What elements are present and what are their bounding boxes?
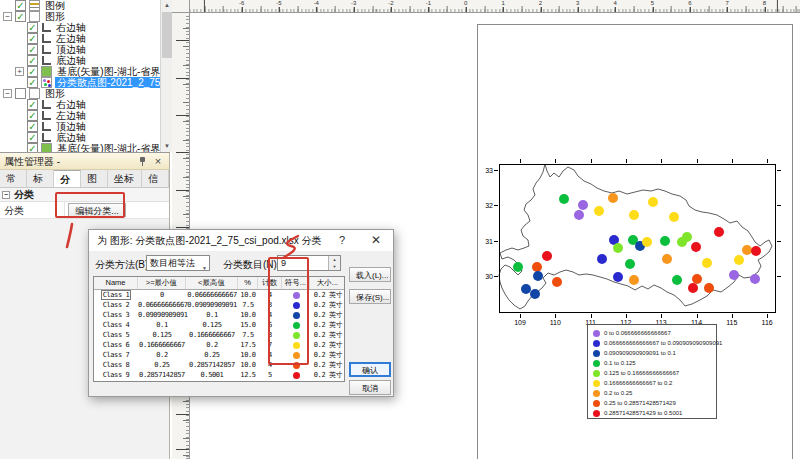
visibility-checkbox[interactable]: ✓ <box>27 22 38 33</box>
tree-item[interactable]: ✓右边轴 <box>0 22 171 33</box>
tree-item[interactable]: ✓底边轴 <box>0 132 171 143</box>
tree-item[interactable]: −✓图形 <box>0 11 171 22</box>
pin-icon[interactable] <box>138 157 147 166</box>
table-row[interactable]: Class 50.1250.16666666677.530.2 英寸 <box>94 330 344 340</box>
visibility-checkbox[interactable]: ✓ <box>15 0 26 11</box>
close-icon[interactable]: ✕ <box>365 230 387 251</box>
tab-信息[interactable]: 信息 <box>142 170 169 187</box>
tree-item[interactable]: −图形 <box>0 88 171 99</box>
visibility-checkbox[interactable]: ✓ <box>27 44 38 55</box>
property-tabs: 常规标注分类图层坐标系信息 <box>0 170 169 188</box>
column-header[interactable]: 符号... <box>282 277 310 289</box>
visibility-checkbox[interactable]: ✓ <box>27 33 38 44</box>
classification-method-dropdown[interactable]: 数目相等法 ▼ <box>146 255 210 271</box>
visibility-checkbox[interactable]: ✓ <box>27 99 38 110</box>
table-row[interactable]: Class 70.20.2510.040.2 英寸 <box>94 350 344 360</box>
tab-常规[interactable]: 常规 <box>0 170 27 187</box>
tree-item[interactable]: ✓左边轴 <box>0 33 171 44</box>
help-icon[interactable]: ? <box>331 230 353 251</box>
table-row[interactable]: Class 40.10.12515.060.2 英寸 <box>94 320 344 330</box>
tab-分类[interactable]: 分类 <box>54 170 81 187</box>
x-axis-tick <box>661 314 662 318</box>
map-icon <box>41 66 52 77</box>
visibility-checkbox[interactable]: ✓ <box>27 77 38 88</box>
tree-item[interactable]: ✓图例 <box>0 0 171 11</box>
visibility-checkbox[interactable]: ✓ <box>15 11 26 22</box>
scatter-point <box>597 254 607 264</box>
table-row[interactable]: Class 60.16666666670.217.570.2 英寸 <box>94 340 344 350</box>
tab-坐标系[interactable]: 坐标系 <box>108 170 142 187</box>
visibility-checkbox[interactable]: ✓ <box>27 121 38 132</box>
visibility-checkbox[interactable]: ✓ <box>27 132 38 143</box>
scrollbar-thumb[interactable] <box>162 12 172 58</box>
ok-button[interactable]: 确认 <box>349 362 391 377</box>
tree-item[interactable]: ✓底边轴 <box>0 55 171 66</box>
scatter-point <box>729 270 739 280</box>
table-row[interactable]: Class 20.066666666670.090909090917.530.2… <box>94 300 344 310</box>
classification-section-header[interactable]: − 分类 <box>0 188 169 202</box>
table-cell <box>282 290 310 300</box>
scatter-point <box>702 258 712 268</box>
cancel-button[interactable]: 取消 <box>349 380 391 395</box>
table-body: Class 100.0666666666710.040.2 英寸Class 20… <box>94 290 344 380</box>
visibility-checkbox[interactable] <box>15 88 26 99</box>
column-header[interactable]: 大小... <box>310 277 345 289</box>
column-header[interactable]: Name <box>94 277 138 289</box>
tree-item[interactable]: ✓顶边轴 <box>0 44 171 55</box>
column-header[interactable]: >=最小值 <box>138 277 186 289</box>
table-row[interactable]: Class 30.090909090910.110.040.2 英寸 <box>94 310 344 320</box>
tree-item[interactable]: ✓右边轴 <box>0 99 171 110</box>
visibility-checkbox[interactable]: ✓ <box>27 110 38 121</box>
focused-cell: Class 1 <box>101 290 132 300</box>
x-axis-tick <box>555 314 556 318</box>
tab-标注[interactable]: 标注 <box>27 170 54 187</box>
scatter-point <box>625 259 635 269</box>
class-symbol-icon <box>293 312 300 319</box>
table-cell: Class 3 <box>94 310 138 320</box>
close-icon[interactable]: × <box>151 153 165 170</box>
legend-entry: 0.1 to 0.125 <box>593 358 716 368</box>
column-header[interactable]: <最高值 <box>186 277 238 289</box>
table-cell: 0.09090909091 <box>186 300 238 310</box>
collapse-icon[interactable]: − <box>3 89 12 98</box>
tree-item-label: 顶边轴 <box>54 44 88 55</box>
x-axis-tick <box>591 314 592 318</box>
tree-item[interactable]: ✓顶边轴 <box>0 121 171 132</box>
expand-icon[interactable]: + <box>15 67 24 76</box>
class-count-spinner[interactable]: 9 ▲ ▼ <box>277 255 341 271</box>
tree-item[interactable]: +✓基底(矢量)图-湖北-省界.bln <box>0 66 171 77</box>
collapse-icon[interactable]: − <box>2 191 10 199</box>
tree-item[interactable]: ✓基底(矢量)图-湖北-省界.bln <box>0 143 171 152</box>
tree-item[interactable]: ✓左边轴 <box>0 110 171 121</box>
tree-scrollbar[interactable]: ▲ ▼ <box>160 0 172 152</box>
plot-page[interactable]: 10911011111211311411511633323130 0 to 0.… <box>477 24 793 459</box>
legend-entry: 0 to 0.066666666666667 <box>593 328 716 338</box>
class-symbol-icon <box>293 352 300 359</box>
classification-table[interactable]: Name>=最小值<最高值%计数符号...大小... Class 100.066… <box>93 276 345 382</box>
table-cell: 0.1666666667 <box>186 330 238 340</box>
table-row[interactable]: Class 90.28571428570.500112.550.2 英寸 <box>94 370 344 380</box>
collapse-icon[interactable]: − <box>3 12 12 21</box>
visibility-checkbox[interactable]: ✓ <box>27 66 38 77</box>
x-axis-tick-top <box>591 159 592 163</box>
column-header[interactable]: 计数 <box>258 277 282 289</box>
count-value: 9 <box>281 258 286 268</box>
visibility-checkbox[interactable]: ✓ <box>27 55 38 66</box>
spin-down-icon[interactable]: ▼ <box>328 263 340 270</box>
class-symbol-icon <box>293 372 300 379</box>
table-cell: 10.0 <box>238 350 258 360</box>
column-header[interactable]: % <box>238 277 258 289</box>
table-cell: 0.06666666667 <box>186 290 238 300</box>
object-manager-panel: ✓图例−✓图形✓右边轴✓左边轴✓顶边轴✓底边轴+✓基底(矢量)图-湖北-省界.b… <box>0 0 172 152</box>
load-button[interactable]: 载入(L)... <box>349 267 391 282</box>
tree-item[interactable]: ✓分类散点图-2021_2_75_csi_pod.xlsx <box>0 77 171 88</box>
table-row[interactable]: Class 100.0666666666710.040.2 英寸 <box>94 290 344 300</box>
table-cell: 0.1 <box>138 320 186 330</box>
edit-classification-button[interactable]: 编辑分类... <box>68 203 126 217</box>
visibility-checkbox[interactable]: ✓ <box>27 143 38 152</box>
tab-图层[interactable]: 图层 <box>81 170 108 187</box>
table-row[interactable]: Class 80.250.285714285710.040.2 英寸 <box>94 360 344 370</box>
save-button[interactable]: 保存(S)... <box>349 289 391 304</box>
dialog-titlebar[interactable]: 为 图形: 分类散点图-2021_2_75_csi_pod.xlsx 分类 ? … <box>89 230 393 251</box>
legend-entry: 0.25 to 0.28571428571429 <box>593 398 716 408</box>
